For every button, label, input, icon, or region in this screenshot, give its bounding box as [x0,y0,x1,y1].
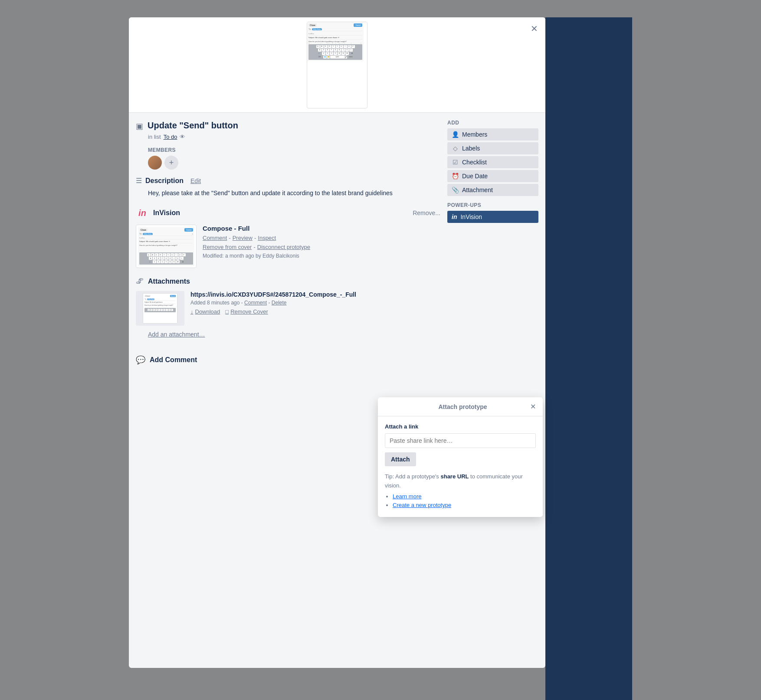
cover-image-area: Close Send To: Billy Kiely Cc/Bcc Subjec… [129,17,545,113]
popup-title: Attach prototype [395,403,530,410]
attachment-details: https://invis.io/CXD3YUDFS#/245871204_Co… [190,291,440,315]
description-edit-link[interactable]: Edit [190,177,201,184]
attachments-header: 🖇 Attachments [136,277,440,286]
popup-tip: Tip: Add a prototype's share URL to comm… [385,472,536,510]
invision-item-details: Compose - Full Comment - Preview - Inspe… [203,225,440,259]
attachment-url: https://invis.io/CXD3YUDFS#/245871204_Co… [190,291,440,298]
invision-preview-link[interactable]: Preview [233,235,253,241]
attachment-thumb-preview: Close Send To: Billy Kiely Subject: We s… [136,291,184,326]
card-list-row: in list To do 👁 [148,134,440,140]
invision-header: in InVision Remove... [136,206,440,219]
popup-link-input[interactable] [385,433,536,448]
invision-remove-cover-link[interactable]: Remove from cover [203,244,252,250]
inv-phone-to: To: Billy Kiely + [139,232,193,236]
invision-section: in InVision Remove... Close Send [136,206,440,268]
invision-modified-text: Modified: a month ago by Eddy Balcikonis [203,253,440,259]
invision-disconnect-link[interactable]: Disconnect prototype [257,244,310,250]
attachment-meta: Added 8 minutes ago - Comment - Delete [190,300,440,306]
popup-close-button[interactable]: ✕ [530,402,536,411]
member-avatar [148,156,162,170]
attach-prototype-popup: Attach prototype ✕ Attach a link Attach … [378,397,543,517]
popup-tip-bold: share URL [440,473,469,480]
dark-right-panel [545,17,632,700]
phone-cc-mock: Cc/Bcc [308,32,362,36]
invision-inspect-link[interactable]: Inspect [258,235,276,241]
power-ups-label: Power-Ups [447,202,538,208]
inv-phone-send: Send [184,228,193,232]
invision-power-up-button[interactable]: in InVision [447,211,538,223]
invision-item: Close Send To: Billy Kiely + Co/Bcc Subj… [136,225,440,268]
modal-close-button[interactable]: ✕ [527,22,541,36]
cover-preview-image: Close Send To: Billy Kiely Cc/Bcc Subjec… [307,22,367,108]
add-comment-title: Add Comment [150,356,197,364]
sidebar-attachment-button[interactable]: 📎 Attachment [447,184,538,196]
member-icon: 👤 [452,131,459,138]
add-attachment-link[interactable]: Add an attachment… [148,331,205,338]
popup-tip-text: Tip: Add a prototype's [385,473,440,480]
sidebar-members-button[interactable]: 👤 Members [447,128,538,141]
invision-thumb-mockup: Close Send To: Billy Kiely + Co/Bcc Subj… [138,227,194,266]
inv-to-chip: Billy Kiely [143,233,153,235]
description-text: Hey, please take at the "Send" button an… [148,188,440,198]
add-member-button[interactable]: + [164,156,178,170]
inv-keyboard: QWERTYUIOP ASDFGHJKL ⇧ZXCVBNM⌫ [139,252,193,265]
cover-phone-mockup: Close Send To: Billy Kiely Cc/Bcc Subjec… [307,22,364,61]
phone-close-mock: Close [308,23,317,27]
invision-actions-row: Comment - Preview - Inspect [203,235,440,241]
inv-subject: Subject: We should grab some dinner ✏ [139,240,193,243]
invision-title: InVision [153,209,180,217]
checklist-icon: ☑ [452,159,459,166]
paperclip-icon: 📎 [452,186,459,193]
sidebar-labels-button[interactable]: ◇ Labels [447,142,538,154]
description-icon: ☰ [136,177,142,185]
attachment-download-btn[interactable]: ↓ Download [190,308,220,315]
description-section: ☰ Description Edit Hey, please take at t… [136,177,440,198]
phone-send-mock: Send [354,23,362,27]
popup-body: Attach a link Attach Tip: Add a prototyp… [378,416,543,517]
members-row: + [148,156,440,170]
invision-remove-link[interactable]: Remove... [413,209,440,216]
card-title-row: ▣ Update "Send" button [136,120,440,131]
popup-header: Attach prototype ✕ [378,397,543,416]
attachment-item: Close Send To: Billy Kiely Subject: We s… [136,291,440,326]
label-icon: ◇ [452,145,459,152]
invision-power-logo: in [452,213,457,220]
learn-more-link[interactable]: Learn more [393,493,421,500]
clock-icon: ⏰ [452,173,459,180]
watch-icon[interactable]: 👁 [180,134,185,140]
create-prototype-link[interactable]: Create a new prototype [393,502,451,508]
main-content-column: ▣ Update "Send" button in list To do 👁 M… [136,120,440,661]
popup-attach-link-label: Attach a link [385,423,536,430]
description-title: Description [145,177,184,185]
attachment-remove-cover-btn[interactable]: □ Remove Cover [225,308,268,315]
attachment-comment-link[interactable]: Comment [244,300,267,306]
add-comment-section: 💬 Add Comment [136,355,440,365]
sidebar-due-date-button[interactable]: ⏰ Due Date [447,170,538,182]
phone-keyboard-mock: QWERTYUIOP ASDFGHJKL ⇧ZXCVBNM⌫ 123 🌐 [308,44,362,60]
phone-body-mock: How do you feel about grabbing a burger … [308,40,362,43]
attachments-title: Attachments [148,278,190,285]
phone-subject-mock: Subject: We should grab some dinner ✏ [308,36,362,39]
monitor-icon: □ [225,308,229,315]
avatar-image [148,156,162,170]
card-list-link[interactable]: To do [164,134,177,140]
modal-overlay: ✕ Close Send To: Billy Kiely Cc/Bcc Subj… [0,0,761,700]
attachment-header-icon: 🖇 [136,277,144,286]
members-label: Members [148,147,440,153]
attachment-delete-link[interactable]: Delete [272,300,287,306]
members-section: Members + [148,147,440,170]
description-header: ☰ Description Edit [136,177,440,185]
phone-to-mock: To: Billy Kiely [308,28,362,31]
download-arrow-icon: ↓ [190,308,194,315]
attachment-thumbnail: Close Send To: Billy Kiely Subject: We s… [136,291,184,326]
attachment-thumb-inner: Close Send To: Billy Kiely Subject: We s… [143,293,177,324]
sidebar-column: Add 👤 Members ◇ Labels ☑ Checklist [447,120,538,661]
invision-logo-icon: in [136,206,149,219]
invision-thumbnail: Close Send To: Billy Kiely + Co/Bcc Subj… [136,225,197,268]
popup-attach-button[interactable]: Attach [385,452,416,466]
inv-cc: Co/Bcc [139,237,193,239]
invision-comment-link[interactable]: Comment [203,235,227,241]
sidebar-checklist-button[interactable]: ☑ Checklist [447,156,538,168]
attachment-actions-row: ↓ Download □ Remove Cover [190,308,440,315]
card-modal: ✕ Close Send To: Billy Kiely Cc/Bcc Subj… [129,17,545,668]
